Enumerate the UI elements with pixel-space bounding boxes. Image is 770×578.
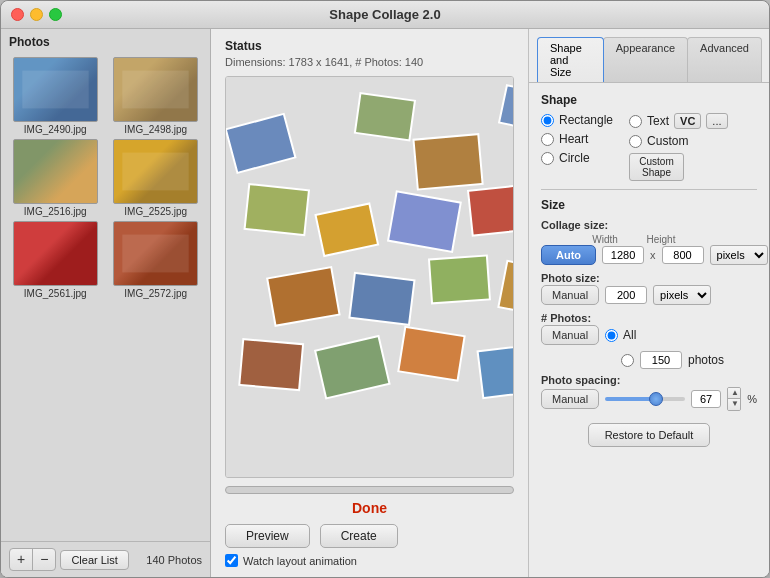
x-sep: x [650,249,656,261]
shape-text-label: Text [647,114,669,128]
height-label: Height [635,234,687,245]
all-radio-item[interactable]: All [605,328,636,342]
close-button[interactable] [11,8,24,21]
svg-rect-6 [123,153,189,191]
shape-circle-radio[interactable] [541,152,554,165]
photo-label: IMG_2498.jpg [124,124,187,135]
photo-item[interactable]: IMG_2516.jpg [7,139,104,217]
shape-rectangle-radio[interactable] [541,114,554,127]
settings-panel: Shape and Size Appearance Advanced Shape [529,29,769,577]
preview-create-row: Preview Create [225,524,514,548]
spacing-slider[interactable] [605,397,685,401]
photo-size-manual-button[interactable]: Manual [541,285,599,305]
photo-size-row: Manual pixels inches [541,285,757,305]
divider-1 [541,189,757,190]
watch-animation-row: Watch layout animation [225,554,514,567]
photos-grid-container[interactable]: IMG_2490.jpg IMG_2498.jpg IMG_2516.jpg [1,53,210,541]
photo-svg [114,222,197,285]
photo-item[interactable]: IMG_2525.jpg [108,139,205,217]
photo-item[interactable]: IMG_2561.jpg [7,221,104,299]
spacing-stepper[interactable]: ▲ ▼ [727,387,741,411]
svg-rect-21 [267,267,339,326]
photo-svg [114,140,197,203]
preview-button[interactable]: Preview [225,524,310,548]
num-photos-label: # Photos: [541,312,591,324]
create-button[interactable]: Create [320,524,398,548]
vc-button[interactable]: VC [674,113,701,129]
photos-footer: + − Clear List 140 Photos [1,541,210,577]
traffic-lights [11,8,62,21]
photo-size-label: Photo size: [541,272,600,284]
photo-item[interactable]: IMG_2572.jpg [108,221,205,299]
photo-thumbnail [13,221,98,286]
photo-thumbnail [13,57,98,122]
photo-thumbnail [113,57,198,122]
stepper-up[interactable]: ▲ [728,388,740,399]
custom-shape-button[interactable]: Custom Shape [629,153,684,181]
shape-heart-label: Heart [559,132,588,146]
progress-bar [225,486,514,494]
tab-advanced[interactable]: Advanced [687,37,762,82]
clear-list-button[interactable]: Clear List [60,550,128,570]
status-header: Status [225,39,514,53]
tab-appearance[interactable]: Appearance [603,37,688,82]
stepper-down[interactable]: ▼ [728,399,740,409]
status-panel: Status Dimensions: 1783 x 1641, # Photos… [211,29,529,577]
photo-label: IMG_2525.jpg [124,206,187,217]
shape-custom-radio[interactable] [629,135,642,148]
photo-size-input[interactable] [605,286,647,304]
collage-size-label: Collage size: [541,219,608,231]
photo-item[interactable]: IMG_2490.jpg [7,57,104,135]
shape-section-title: Shape [541,93,757,107]
shape-circle-option[interactable]: Circle [541,151,613,165]
photos-count-input[interactable] [640,351,682,369]
unit-select[interactable]: pixels inches cm [710,245,768,265]
minimize-button[interactable] [30,8,43,21]
shape-custom-label: Custom [647,134,688,148]
photo-svg [14,140,97,203]
photo-label: IMG_2490.jpg [24,124,87,135]
svg-rect-19 [468,185,513,236]
svg-rect-13 [413,134,482,189]
tab-shape-and-size[interactable]: Shape and Size [537,37,604,82]
dots-button[interactable]: ... [706,113,727,129]
svg-rect-7 [14,222,97,285]
main-content: Photos IMG_2490.jpg IMG_2498.jpg [1,29,769,577]
height-input[interactable] [662,246,704,264]
add-remove-buttons[interactable]: + − [9,548,56,571]
remove-photo-button[interactable]: − [33,549,55,570]
settings-body: Shape Rectangle Heart [529,83,769,577]
spacing-value-input[interactable] [691,390,721,408]
svg-rect-12 [355,93,415,140]
photos-unit-label: photos [688,353,724,367]
shape-heart-radio[interactable] [541,133,554,146]
num-photos-manual-button[interactable]: Manual [541,325,599,345]
svg-rect-23 [429,255,490,303]
svg-rect-9 [123,235,189,273]
manual-photos-radio[interactable] [621,354,634,367]
photo-unit-select[interactable]: pixels inches [653,285,711,305]
photo-thumbnail [13,139,98,204]
all-photos-radio[interactable] [605,329,618,342]
shape-text-option[interactable]: Text VC ... [629,113,727,129]
watch-animation-checkbox[interactable] [225,554,238,567]
shape-heart-option[interactable]: Heart [541,132,613,146]
shape-custom-option[interactable]: Custom [629,134,727,148]
auto-button[interactable]: Auto [541,245,596,265]
spacing-manual-button[interactable]: Manual [541,389,599,409]
maximize-button[interactable] [49,8,62,21]
collage-size-row: Auto x pixels inches cm [541,245,757,265]
photo-label: IMG_2516.jpg [24,206,87,217]
photos-header: Photos [1,29,210,53]
window-title: Shape Collage 2.0 [329,7,440,22]
restore-default-button[interactable]: Restore to Default [588,423,711,447]
shape-text-radio[interactable] [629,115,642,128]
num-photos-row: Manual All [541,325,757,345]
shape-rectangle-option[interactable]: Rectangle [541,113,613,127]
spacing-slider-container [605,397,685,401]
svg-rect-18 [388,191,461,252]
add-photo-button[interactable]: + [10,549,33,570]
photo-item[interactable]: IMG_2498.jpg [108,57,205,135]
width-input[interactable] [602,246,644,264]
titlebar: Shape Collage 2.0 [1,1,769,29]
